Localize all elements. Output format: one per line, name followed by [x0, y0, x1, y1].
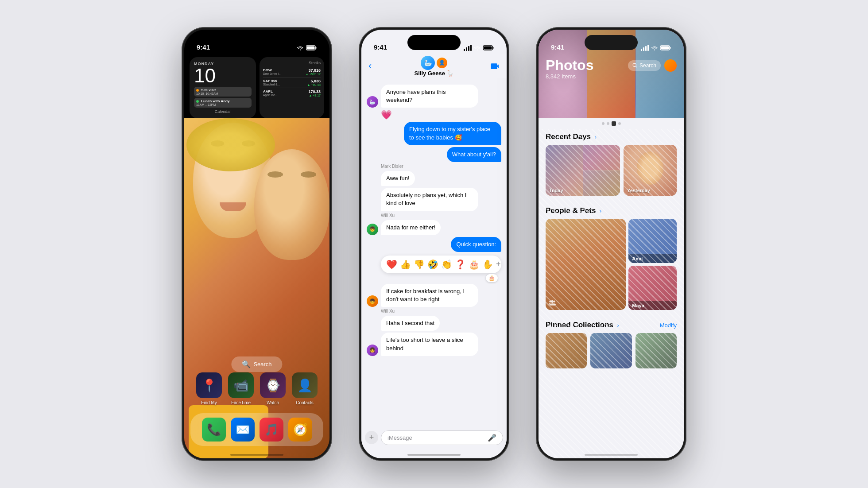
msg-row-flying: Flying down to my sister's place to see … — [367, 122, 501, 145]
msg-bubble-haha: Haha I second that — [381, 316, 440, 331]
dot-1[interactable] — [602, 122, 604, 125]
msg-row-cake: 👦 If cake for breakfast is wrong, I don'… — [367, 284, 501, 307]
home-apps: 📍 Find My 📹 FaceTime ⌚ Watch 👤 Contacts — [184, 372, 329, 405]
back-button[interactable]: ‹ — [368, 60, 372, 72]
calendar-widget[interactable]: MONDAY 10 Site visit 10:10–10:45AM Lunch… — [190, 57, 256, 118]
app-contacts[interactable]: 👤 Contacts — [292, 372, 318, 405]
home-search[interactable]: 🔍 Search — [231, 356, 282, 372]
photos-view-dots — [539, 118, 684, 129]
photos-search-button[interactable]: Search — [628, 60, 661, 71]
pinned-grid — [546, 333, 677, 368]
map-overlay — [636, 333, 677, 368]
msg-row-noplans: Absolutely no plans yet, which I kind of… — [367, 188, 501, 211]
status-time-messages: 9:41 — [374, 43, 387, 51]
msg-row-quick: Quick question: — [367, 237, 501, 252]
dot-grid-active[interactable] — [612, 121, 616, 126]
msg-row-aww: Aww fun! — [367, 171, 501, 186]
svg-rect-7 — [670, 47, 671, 49]
find-my-icon: 📍 — [196, 372, 222, 398]
message-input-bar: + iMessage 🎤 — [361, 426, 507, 449]
tapback-cake[interactable]: 🎂 — [469, 259, 480, 270]
phone-messages: 9:41 ‹ — [359, 27, 509, 461]
msg-bubble-flying: Flying down to my sister's place to see … — [404, 122, 501, 145]
contacts-icon: 👤 — [292, 372, 318, 398]
photos-user-avatar[interactable] — [664, 59, 677, 72]
stock-row-aapl: AAPL Apple Inc... 170.33 ▲ +3.17 — [263, 88, 321, 98]
group-avatars: 🦢 👤 — [421, 56, 447, 70]
svg-rect-5 — [484, 46, 492, 50]
stock-row-dow: DOW Dow Jones I... 37,816 ▲ +570.17 — [263, 67, 321, 77]
sender-avatar-1: 🦢 — [367, 96, 378, 108]
home-indicator-3 — [585, 454, 638, 456]
dynamic-island — [230, 35, 283, 50]
conversation-header: 🦢 👤 Silly Geese 🪿 — [415, 56, 454, 77]
msg-row-nada: 👦 Nada for me either! — [367, 220, 501, 235]
dock-phone[interactable]: 📞 — [202, 418, 226, 442]
status-time-photos: 9:41 — [551, 43, 564, 51]
tapback-question[interactable]: ❓ — [455, 259, 466, 270]
microphone-icon: 🎤 — [488, 434, 496, 442]
app-watch[interactable]: ⌚ Watch — [260, 372, 286, 405]
sender-avatar-life: 👧 — [367, 345, 378, 356]
message-placeholder: iMessage — [388, 434, 412, 441]
dock-mail[interactable]: ✉️ — [231, 418, 255, 442]
svg-rect-2 — [307, 46, 315, 50]
status-icons-messages — [464, 45, 494, 51]
tapback-more[interactable]: + — [496, 259, 501, 269]
tapback-hand[interactable]: ✋ — [482, 259, 493, 270]
tapback-thumbsdown[interactable]: 👎 — [414, 259, 425, 270]
facetime-call-button[interactable] — [491, 61, 500, 71]
battery-icon — [306, 45, 317, 50]
photos-count: 8,342 Items — [546, 73, 576, 80]
signal-icon-3 — [641, 45, 649, 51]
stocks-widget[interactable]: Stocks DOW Dow Jones I... 37,816 ▲ +570.… — [260, 57, 324, 118]
group-avatar-2: 👤 — [437, 58, 447, 68]
message-add-button[interactable]: + — [365, 431, 378, 444]
pinned-card-3[interactable] — [636, 333, 677, 368]
watch-icon: ⌚ — [260, 372, 286, 398]
dock-music[interactable]: 🎵 — [260, 418, 283, 442]
home-indicator-1 — [230, 454, 283, 456]
wifi-icon — [297, 45, 304, 50]
facetime-label: FaceTime — [231, 400, 251, 405]
svg-rect-8 — [661, 46, 669, 50]
dot-4[interactable] — [618, 122, 621, 125]
calendar-label: Calendar — [194, 109, 252, 114]
dot-2[interactable] — [607, 122, 609, 125]
photos-search-label: Search — [639, 62, 656, 69]
status-icons-home — [287, 45, 317, 51]
phone-home: 9:41 M — [182, 27, 332, 461]
msg-bubble-noplans: Absolutely no plans yet, which I kind of… — [381, 188, 478, 211]
calendar-event-1[interactable]: Site visit 10:10–10:45AM — [194, 87, 252, 97]
signal-icon-2 — [464, 45, 472, 51]
tapback-thumbsup[interactable]: 👍 — [400, 259, 411, 270]
msg-bubble-1: Anyone have plans this weekend? — [381, 85, 478, 108]
watch-label: Watch — [267, 400, 279, 405]
adult-face — [254, 149, 329, 260]
msg-bubble-life: Life's too short to leave a slice behind — [381, 333, 478, 356]
sender-name-will-1: Will Xu — [381, 213, 501, 218]
app-find-my[interactable]: 📍 Find My — [196, 372, 222, 405]
calendar-event-2[interactable]: Lunch with Andy 11AM – 12PM — [194, 98, 252, 108]
tapback-clap[interactable]: 👏 — [441, 259, 452, 270]
stock-row-sp500: S&P 500 Standard &... 5,036 ▲ +80.48 — [263, 77, 321, 88]
msg-row-1: 🦢 Anyone have plans this weekend? — [367, 85, 501, 108]
tapback-heart[interactable]: ❤️ — [386, 259, 397, 270]
tapback-haha[interactable]: 🤣 — [427, 259, 438, 270]
msg-row-yall: What about y'all? — [367, 147, 501, 162]
group-avatar-1: 🦢 — [421, 56, 435, 70]
dock-compass[interactable]: 🧭 — [288, 418, 312, 442]
search-icon-photos — [632, 63, 638, 68]
wallpaper — [184, 118, 329, 458]
home-indicator-2 — [407, 454, 461, 456]
battery-icon-2 — [483, 45, 494, 50]
widgets-row: MONDAY 10 Site visit 10:10–10:45AM Lunch… — [190, 57, 324, 118]
dynamic-island-2 — [407, 35, 461, 50]
battery-icon-3 — [660, 45, 671, 50]
msg-bubble-nada: Nada for me either! — [381, 220, 441, 235]
message-input-field[interactable]: iMessage 🎤 — [381, 430, 503, 445]
msg-row-life: 👧 Life's too short to leave a slice behi… — [367, 333, 501, 356]
app-facetime[interactable]: 📹 FaceTime — [228, 372, 254, 405]
msg-bubble-cake: If cake for breakfast is wrong, I don't … — [381, 284, 478, 307]
sender-avatar-will: 👦 — [367, 224, 378, 235]
